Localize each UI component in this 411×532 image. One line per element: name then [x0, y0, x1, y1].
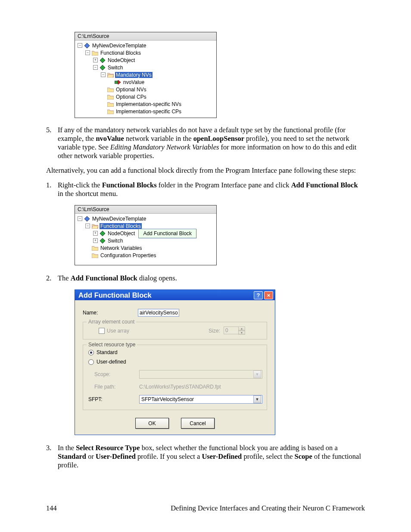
scope-select: ▼ — [139, 370, 262, 379]
sfpt-select[interactable]: SFPTairVelocitySensor▼ — [139, 395, 262, 404]
step-text: The Add Functional Block dialog opens. — [58, 274, 365, 283]
tree-item[interactable]: Switch — [107, 65, 124, 71]
standard-label: Standard — [97, 349, 118, 355]
tree-item[interactable]: Functional Blocks — [100, 50, 142, 56]
tree-window-2: C:\Lm\Source − MyNewDeviceTemplate − Fun… — [75, 205, 217, 265]
tree-item-selected[interactable]: Mandatory NVs — [115, 72, 153, 78]
sfpt-label: SFPT: — [88, 396, 139, 402]
expander-icon[interactable]: + — [93, 238, 98, 243]
paragraph: Alternatively, you can add a functional … — [46, 166, 365, 175]
tree-item[interactable]: Network Variables — [100, 245, 143, 251]
tree-item[interactable]: Implementation-specific NVs — [115, 101, 182, 107]
spin-down-icon[interactable]: ▼ — [238, 331, 245, 335]
folder-open-icon — [107, 72, 114, 78]
tree-item[interactable]: MyNewDeviceTemplate — [91, 216, 147, 222]
expander-icon[interactable]: + — [93, 231, 98, 236]
use-array-label: Use array — [107, 328, 129, 334]
list-index: 1. — [46, 181, 58, 198]
ok-button[interactable]: OK — [135, 418, 169, 429]
block-icon — [100, 238, 106, 244]
template-icon — [84, 216, 90, 222]
list-index: 3. — [46, 444, 58, 470]
cancel-button[interactable]: Cancel — [181, 418, 215, 429]
chevron-down-icon: ▼ — [253, 370, 261, 378]
folder-icon — [107, 94, 114, 100]
tree-item[interactable]: Switch — [107, 238, 124, 244]
block-icon — [100, 230, 106, 236]
tree-item[interactable]: Implementation-specific CPs — [115, 109, 182, 115]
tree-title: C:\Lm\Source — [75, 32, 216, 40]
scope-label: Scope: — [94, 371, 139, 377]
use-array-checkbox[interactable] — [99, 328, 105, 334]
folder-icon — [92, 50, 98, 56]
folder-icon — [107, 109, 114, 114]
size-stepper[interactable]: ▲▼ — [224, 327, 245, 335]
tree-item[interactable]: nvoValue — [122, 79, 145, 85]
dialog-title: Add Functional Block — [78, 291, 152, 299]
expander-icon[interactable]: − — [101, 72, 106, 77]
userdefined-label: User-defined — [97, 359, 126, 365]
tree-item[interactable]: Optional NVs — [115, 87, 147, 93]
expander-icon[interactable]: + — [93, 58, 98, 62]
folder-icon — [107, 102, 114, 107]
tree-window-1: C:\Lm\Source − MyNewDeviceTemplate − Fun… — [75, 32, 217, 118]
step-text: If any of the mandatory network variable… — [58, 126, 365, 160]
svg-marker-7 — [100, 238, 105, 243]
name-input[interactable] — [138, 309, 179, 317]
close-icon[interactable]: × — [264, 291, 273, 299]
add-functional-block-dialog: Add Functional Block ? × Name: Array ele… — [75, 289, 275, 435]
chevron-down-icon[interactable]: ▼ — [253, 395, 261, 403]
block-icon — [100, 65, 106, 71]
array-legend: Array element count — [87, 319, 136, 325]
userdefined-radio[interactable] — [88, 359, 94, 365]
nv-icon — [115, 80, 121, 85]
expander-icon[interactable]: − — [78, 216, 82, 221]
resource-type-group: Select resource type Standard User-defin… — [83, 345, 267, 410]
name-label: Name: — [83, 310, 138, 316]
size-label: Size: — [209, 328, 220, 334]
svg-marker-6 — [100, 231, 105, 236]
tree-item-selected[interactable]: Functional Blocks — [100, 223, 142, 229]
array-group: Array element count Use array Size: ▲▼ — [83, 322, 267, 339]
resource-legend: Select resource type — [87, 342, 137, 348]
standard-radio[interactable] — [88, 350, 94, 355]
page-number: 144 — [46, 504, 57, 513]
template-icon — [84, 43, 90, 49]
filepath-label: File path: — [94, 384, 139, 390]
svg-rect-3 — [115, 81, 118, 84]
svg-marker-2 — [100, 65, 105, 70]
list-index: 5. — [46, 126, 58, 160]
tree-title: C:\Lm\Source — [75, 205, 216, 214]
tree-item[interactable]: Configuration Properties — [100, 252, 157, 258]
step-text: In the Select Resource Type box, select … — [58, 444, 365, 470]
context-menu-item[interactable]: Add Functional Block — [138, 229, 196, 238]
expander-icon[interactable]: − — [85, 50, 90, 55]
spin-up-icon[interactable]: ▲ — [238, 327, 245, 331]
folder-icon — [107, 87, 114, 92]
block-icon — [100, 57, 106, 63]
folder-icon — [92, 246, 98, 251]
help-icon[interactable]: ? — [254, 291, 263, 299]
tree-item[interactable]: NodeObject — [107, 57, 136, 63]
step-text: Right-click the Functional Blocks folder… — [58, 181, 365, 198]
expander-icon[interactable]: − — [78, 43, 82, 48]
expander-icon[interactable]: − — [85, 224, 90, 228]
chapter-title: Defining Device Interfaces and Creating … — [171, 504, 365, 513]
svg-marker-5 — [84, 216, 90, 221]
expander-icon[interactable]: − — [93, 65, 98, 70]
list-index: 2. — [46, 274, 58, 283]
dialog-titlebar: Add Functional Block ? × — [75, 290, 275, 300]
svg-marker-1 — [100, 58, 105, 63]
filepath-value: C:\LonWorks\Types\STANDARD.fpt — [139, 384, 221, 390]
tree-item[interactable]: MyNewDeviceTemplate — [91, 43, 147, 49]
svg-marker-4 — [118, 80, 121, 84]
folder-open-icon — [92, 224, 98, 229]
tree-item[interactable]: NodeObject — [107, 230, 136, 236]
folder-icon — [92, 253, 98, 258]
tree-item[interactable]: Optional CPs — [115, 94, 147, 100]
svg-marker-0 — [84, 43, 90, 48]
